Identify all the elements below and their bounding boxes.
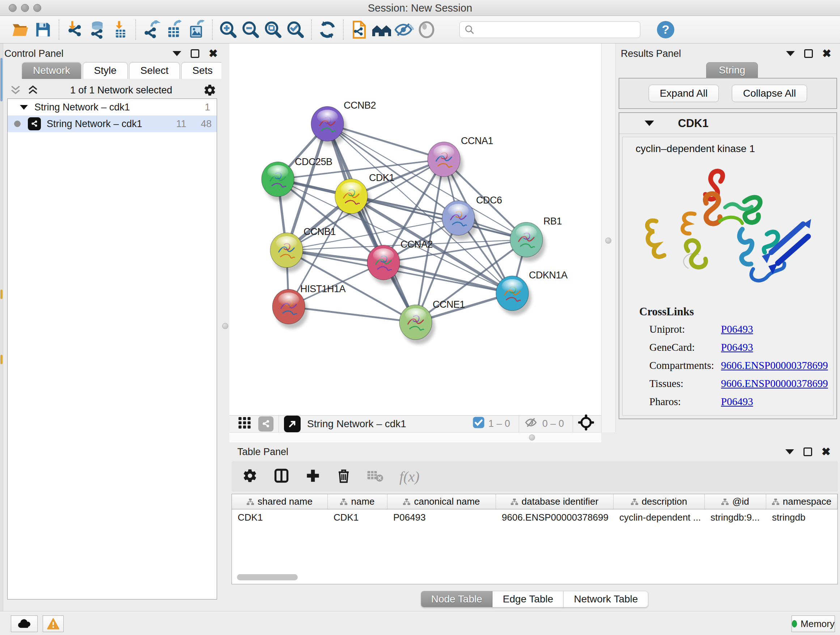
expand-all-button[interactable]: Expand All [649,85,719,102]
column-header[interactable]: name [328,494,387,509]
left-splitter[interactable] [221,43,229,442]
left-splitter-handle[interactable] [222,323,228,329]
crosslink-link[interactable]: P06493 [721,341,753,353]
tree-expand-caret-icon[interactable] [20,105,28,110]
network-node[interactable] [510,222,546,262]
network-node[interactable] [311,106,347,146]
help-icon[interactable]: ? [657,21,674,38]
network-node[interactable] [367,245,403,285]
string-document-icon[interactable] [348,19,370,41]
warning-button[interactable] [43,616,64,632]
tab-sets[interactable]: Sets [181,62,224,79]
gene-header-row[interactable]: CDK1 [619,113,836,134]
table-panel-restore-icon[interactable] [804,448,812,456]
network-options-gear-icon[interactable] [203,84,216,97]
hide-unhide-eye-icon[interactable] [393,19,415,41]
network-edge[interactable] [289,307,416,322]
hidden-eye-off-icon[interactable] [524,416,538,431]
tab-edge-table[interactable]: Edge Table [493,591,564,608]
open-in-new-window-icon[interactable] [284,416,301,432]
table-cell[interactable]: CDK1 [328,512,387,523]
results-panel-close-icon[interactable]: ✖ [822,49,831,58]
column-header[interactable]: shared name [232,494,328,509]
table-cell[interactable]: stringdb [766,512,837,523]
home-houses-icon[interactable] [370,19,393,41]
refresh-icon[interactable] [316,19,339,41]
table-panel-close-icon[interactable]: ✖ [821,448,831,456]
window-zoom-button[interactable] [33,4,41,12]
table-row[interactable]: CDK1CDK1P064939606.ENSP00000378699cyclin… [232,509,837,525]
export-network-icon[interactable] [141,19,163,41]
cloud-button[interactable] [11,616,38,632]
network-node[interactable] [496,276,531,315]
tab-style[interactable]: Style [83,62,128,79]
results-panel-restore-icon[interactable] [804,49,813,58]
horizontal-splitter[interactable] [229,432,601,442]
crosslink-link[interactable]: P06493 [721,396,753,408]
column-header[interactable]: database identifier [496,494,614,509]
table-panel-float-icon[interactable] [785,449,794,454]
crosslink-link[interactable]: P06493 [721,323,753,335]
network-node[interactable] [428,142,463,181]
delete-column-trash-icon[interactable] [336,468,351,485]
window-minimize-button[interactable] [21,4,29,12]
column-header[interactable]: description [614,494,705,509]
zoom-in-icon[interactable] [217,19,240,41]
table-cell[interactable]: stringdb:9... [705,512,766,523]
network-canvas[interactable]: CCNB2CCNA1CDC25BCDK1CDC6RB1CCNB1CCNA2CDK… [229,43,601,415]
column-header[interactable]: @id [705,494,766,509]
table-cell[interactable]: 9606.ENSP00000378699 [496,512,614,523]
control-panel-restore-icon[interactable] [191,49,199,58]
collapse-all-icon[interactable] [9,84,22,96]
results-panel-float-icon[interactable] [786,51,795,56]
network-row[interactable]: String Network – cdk1 11 48 [8,116,217,132]
table-cell[interactable]: P06493 [387,512,496,523]
tab-string[interactable]: String [706,62,758,78]
table-settings-gear-icon[interactable] [242,468,257,485]
network-vertical-scrollbar[interactable] [601,43,616,432]
memory-button[interactable]: Memory [791,616,835,632]
window-close-button[interactable] [9,4,17,12]
import-table-icon[interactable] [109,19,131,41]
network-node[interactable] [262,162,297,201]
gene-collapse-caret-icon[interactable] [645,120,654,126]
network-collection-row[interactable]: String Network – cdk1 1 [8,99,217,116]
export-table-icon[interactable] [163,19,185,41]
table-hscroll-thumb[interactable] [237,574,298,580]
split-columns-icon[interactable] [273,468,289,485]
tab-network-table[interactable]: Network Table [563,591,648,608]
zoom-out-icon[interactable] [240,19,262,41]
network-vscroll-thumb[interactable] [605,238,611,244]
expand-all-icon[interactable] [27,84,39,96]
network-node[interactable] [272,289,308,329]
zoom-selected-icon[interactable] [284,19,307,41]
column-header[interactable]: canonical name [387,494,496,509]
export-image-icon[interactable] [185,19,208,41]
table-cell[interactable]: cyclin-dependent ... [614,512,705,523]
show-graphics-sphere-icon[interactable] [415,19,438,41]
control-panel-float-icon[interactable] [172,51,181,56]
tab-select[interactable]: Select [129,62,180,79]
string-view-icon[interactable] [258,416,273,432]
horizontal-splitter-handle[interactable] [529,434,535,440]
crosslink-link[interactable]: 9606.ENSP00000378699 [721,378,828,390]
tab-network[interactable]: Network [22,62,81,79]
control-panel-close-icon[interactable]: ✖ [209,49,218,58]
network-node[interactable] [335,179,370,218]
birdseye-grid-icon[interactable] [237,415,252,432]
save-session-icon[interactable] [32,19,54,41]
tab-node-table[interactable]: Node Table [421,591,493,608]
open-session-icon[interactable] [9,19,32,41]
selected-checkbox-icon[interactable] [472,416,485,431]
add-column-plus-icon[interactable] [305,468,321,485]
column-header[interactable]: namespace [766,494,837,509]
import-network-file-icon[interactable] [64,19,86,41]
node-table[interactable]: shared namenamecanonical namedatabase id… [232,494,838,584]
crosslink-link[interactable]: 9606.ENSP00000378699 [721,359,828,371]
search-input[interactable] [475,24,630,35]
table-cell[interactable]: CDK1 [232,512,328,523]
center-view-crosshair-icon[interactable] [578,415,594,433]
collapse-all-button[interactable]: Collapse All [732,85,807,102]
zoom-fit-icon[interactable] [262,19,284,41]
import-network-database-icon[interactable] [86,19,109,41]
